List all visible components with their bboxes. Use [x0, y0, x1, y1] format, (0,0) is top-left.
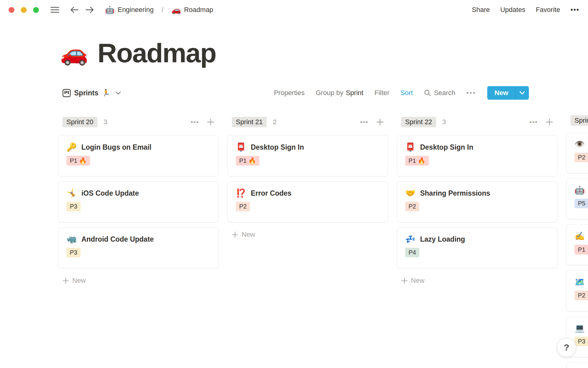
- column-count: 2: [273, 118, 277, 126]
- sort-button[interactable]: Sort: [401, 89, 413, 97]
- help-button[interactable]: ?: [557, 338, 576, 357]
- task-card[interactable]: 🔑 Login Bugs on Email P1 🔥: [58, 135, 219, 176]
- minimize-window-button[interactable]: [21, 7, 27, 13]
- task-card[interactable]: 📮 Desktop Sign In P1 🔥: [228, 135, 388, 176]
- task-card[interactable]: 👁️ M P2: [566, 132, 588, 173]
- task-card[interactable]: ⁉️ Error Codes P2: [228, 181, 388, 222]
- column-add-icon[interactable]: [207, 118, 214, 126]
- new-button[interactable]: New: [487, 86, 529, 100]
- column-add-icon[interactable]: [546, 118, 553, 126]
- breadcrumb-engineering[interactable]: Engineering: [118, 6, 153, 14]
- task-title: Error Codes: [251, 189, 292, 197]
- window-titlebar: 🤖 Engineering / 🚗 Roadmap Share Updates …: [0, 0, 588, 20]
- column-name-badge[interactable]: Sprint 21: [232, 117, 267, 127]
- column-name-badge[interactable]: Sprint 20: [62, 117, 97, 127]
- zoom-window-button[interactable]: [33, 7, 39, 13]
- task-card[interactable]: [566, 362, 588, 368]
- kanban-board: Sprint 20 3 ••• 🔑 Login Bugs on Email P1…: [58, 115, 588, 368]
- column-header: Sprint 23 •••: [566, 115, 588, 126]
- column-cards: 📮 Desktop Sign In P1 🔥 ⁉️ Error Codes P2: [228, 135, 388, 222]
- breadcrumb: 🤖 Engineering / 🚗 Roadmap: [105, 6, 213, 14]
- column-count: 3: [442, 118, 446, 126]
- more-options-icon[interactable]: •••: [571, 6, 579, 14]
- page-title-icon[interactable]: 🚗: [60, 42, 88, 64]
- column-new-label: New: [242, 231, 255, 239]
- favorite-button[interactable]: Favorite: [536, 6, 560, 14]
- runner-emoji-icon: 🏃: [102, 89, 110, 97]
- search-button[interactable]: Search: [424, 89, 455, 97]
- board-column: Sprint 21 2 ••• 📮 Desktop Sign In P1 🔥 ⁉…: [228, 115, 388, 368]
- task-title: iOS Code Update: [81, 189, 139, 197]
- task-icon: 🦏: [66, 235, 77, 243]
- column-new-button[interactable]: New: [397, 274, 557, 287]
- task-title: Desktop Sign In: [420, 143, 473, 151]
- task-icon: 🗺️: [575, 278, 585, 286]
- new-button-label[interactable]: New: [487, 86, 515, 100]
- back-arrow-icon[interactable]: [70, 6, 79, 13]
- view-name: Sprints: [74, 89, 98, 97]
- breadcrumb-roadmap[interactable]: Roadmap: [184, 6, 213, 14]
- traffic-lights: [9, 7, 39, 13]
- column-new-label: New: [411, 277, 424, 285]
- board-column: Sprint 22 3 ••• 📮 Desktop Sign In P1 🔥 🤝…: [397, 115, 557, 368]
- page-title: 🚗 Roadmap: [60, 37, 216, 69]
- priority-badge: P3: [66, 248, 81, 257]
- priority-badge: P1 🔥: [575, 245, 588, 255]
- task-title: Desktop Sign In: [251, 143, 304, 151]
- view-tab-sprints[interactable]: Sprints 🏃: [62, 89, 121, 97]
- group-by-value: Sprint: [346, 89, 363, 97]
- task-icon: 🤸: [66, 189, 77, 197]
- task-title: Login Bugs on Email: [81, 143, 152, 151]
- toolbar-more-icon[interactable]: •••: [466, 89, 476, 97]
- task-card[interactable]: 🤸 iOS Code Update P3: [58, 181, 219, 222]
- column-name-badge[interactable]: Sprint 22: [401, 117, 436, 127]
- task-card[interactable]: 🤝 Sharing Permissions P2: [397, 181, 557, 222]
- priority-badge: P3: [66, 202, 81, 211]
- breadcrumb-separator: /: [162, 6, 164, 14]
- task-icon: 👁️: [575, 140, 585, 148]
- sidebar-toggle-icon[interactable]: [51, 6, 59, 13]
- task-icon: 📮: [405, 143, 416, 151]
- column-name-badge[interactable]: Sprint 23: [571, 115, 588, 126]
- close-window-button[interactable]: [9, 7, 14, 13]
- column-new-button[interactable]: New: [58, 274, 219, 287]
- priority-badge: P1 🔥: [405, 156, 429, 166]
- page-title-text[interactable]: Roadmap: [97, 37, 216, 69]
- roadmap-page-icon: 🚗: [172, 6, 181, 14]
- task-card[interactable]: 📮 Desktop Sign In P1 🔥: [397, 135, 557, 176]
- board-column: Sprint 23 ••• 👁️ M P2 🤖 In P5 ✍️ R P1 🔥: [566, 115, 588, 368]
- task-icon: 🔑: [66, 143, 77, 151]
- task-card[interactable]: 🤖 In P5: [566, 178, 588, 219]
- priority-badge: P2: [575, 153, 588, 162]
- column-header: Sprint 20 3 •••: [58, 115, 219, 129]
- task-card[interactable]: 🗺️ R P2: [566, 270, 588, 311]
- priority-badge: P4: [405, 248, 419, 257]
- task-card[interactable]: 💤 Lazy Loading P4: [397, 227, 557, 268]
- task-card[interactable]: ✍️ R P1 🔥: [566, 224, 588, 265]
- task-icon: 🤖: [575, 186, 585, 194]
- group-by-button[interactable]: Group bySprint: [316, 89, 364, 97]
- column-header: Sprint 21 2 •••: [228, 115, 388, 129]
- filter-button[interactable]: Filter: [375, 89, 390, 97]
- share-button[interactable]: Share: [472, 6, 490, 14]
- column-cards: 🔑 Login Bugs on Email P1 🔥 🤸 iOS Code Up…: [58, 135, 219, 268]
- new-button-chevron-icon[interactable]: [515, 86, 529, 100]
- column-cards: 👁️ M P2 🤖 In P5 ✍️ R P1 🔥 🗺️ R P2 💻 D P3: [566, 132, 588, 368]
- column-add-icon[interactable]: [376, 118, 384, 126]
- chevron-down-icon: [115, 91, 121, 95]
- view-toolbar: Sprints 🏃 Properties Group bySprint Filt…: [62, 86, 529, 100]
- column-cards: 📮 Desktop Sign In P1 🔥 🤝 Sharing Permiss…: [397, 135, 557, 268]
- task-card[interactable]: 🦏 Android Code Update P3: [58, 227, 219, 268]
- task-title: Lazy Loading: [420, 235, 465, 243]
- column-more-icon[interactable]: •••: [360, 119, 368, 126]
- column-more-icon[interactable]: •••: [191, 119, 199, 126]
- properties-button[interactable]: Properties: [274, 89, 304, 97]
- updates-button[interactable]: Updates: [500, 6, 525, 14]
- priority-badge: P3: [575, 337, 588, 346]
- column-new-button[interactable]: New: [228, 228, 388, 241]
- board-view-icon: [62, 89, 71, 97]
- column-new-label: New: [72, 277, 86, 285]
- priority-badge: P2: [236, 202, 250, 211]
- forward-arrow-icon[interactable]: [85, 6, 94, 13]
- column-more-icon[interactable]: •••: [530, 119, 538, 126]
